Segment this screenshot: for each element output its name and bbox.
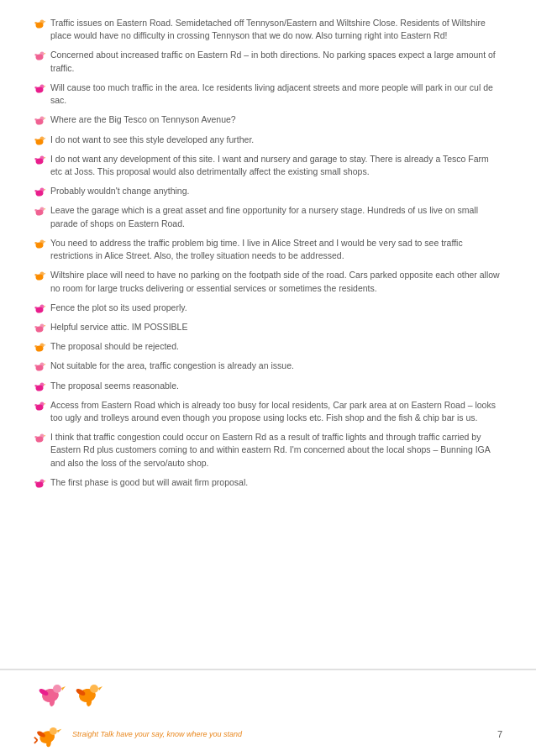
bullet-text: The first phase is good but will await f… bbox=[50, 476, 502, 489]
bullet-text: I do not want to see this style develope… bbox=[50, 134, 502, 146]
svg-point-13 bbox=[40, 117, 45, 121]
svg-marker-66 bbox=[45, 435, 46, 438]
list-item: You need to address the traffic problem … bbox=[34, 237, 502, 262]
list-item: I think that traffic congestion could oc… bbox=[34, 431, 502, 470]
list-item: The proposal should be rejected. bbox=[34, 340, 502, 353]
list-item: Probably wouldn't change anything. bbox=[34, 185, 502, 197]
svg-point-21 bbox=[40, 155, 45, 160]
list-item: Will cause too much traffic in the area.… bbox=[34, 81, 502, 107]
list-item: Not suitable for the area, traffic conge… bbox=[34, 360, 502, 372]
bullet-list: Traffic issues on Eastern Road. Semideta… bbox=[34, 17, 502, 489]
bullet-text: Traffic issues on Eastern Road. Semideta… bbox=[50, 17, 502, 42]
svg-point-33 bbox=[40, 239, 45, 244]
list-item: Where are the Big Tesco on Tennyson Aven… bbox=[34, 113, 502, 126]
footer: Straight Talk have your say, know where … bbox=[0, 669, 536, 756]
svg-marker-84 bbox=[57, 729, 61, 733]
bullet-icon bbox=[34, 154, 45, 165]
svg-point-83 bbox=[50, 727, 57, 735]
bullet-icon bbox=[34, 114, 45, 126]
footer-tagline: Straight Talk have your say, know where … bbox=[72, 730, 242, 738]
svg-marker-38 bbox=[45, 273, 46, 276]
svg-marker-34 bbox=[45, 240, 46, 243]
bullet-icon bbox=[34, 134, 45, 146]
svg-marker-18 bbox=[45, 137, 46, 139]
bullet-text: Concerned about increased traffic on Eas… bbox=[50, 49, 502, 74]
footer-bottom: Straight Talk have your say, know where … bbox=[34, 716, 502, 749]
list-item: Wiltshire place will need to have no par… bbox=[34, 269, 502, 294]
svg-point-17 bbox=[40, 136, 45, 140]
list-item: Helpful service attic. IM POSSIBLE bbox=[34, 321, 502, 333]
list-item: The proposal seems reasonable. bbox=[34, 380, 502, 392]
svg-point-69 bbox=[40, 479, 45, 483]
bullet-icon bbox=[34, 186, 45, 197]
list-item: Access from Eastern Road which is alread… bbox=[34, 399, 502, 424]
list-item: The first phase is good but will await f… bbox=[34, 476, 502, 489]
svg-marker-62 bbox=[45, 402, 46, 405]
bullet-text: Fence the plot so its used properly. bbox=[50, 302, 502, 314]
svg-marker-22 bbox=[45, 156, 46, 159]
svg-line-88 bbox=[34, 738, 38, 741]
list-item: Concerned about increased traffic on Eas… bbox=[34, 49, 502, 74]
bullet-text: The proposal should be rejected. bbox=[50, 340, 502, 353]
svg-point-29 bbox=[40, 207, 45, 212]
list-item: I do not want to see this style develope… bbox=[34, 134, 502, 146]
bullet-icon bbox=[34, 50, 45, 61]
svg-point-45 bbox=[40, 323, 45, 328]
svg-point-25 bbox=[40, 188, 45, 192]
bullet-text: Probably wouldn't change anything. bbox=[50, 185, 502, 197]
bullet-text: Will cause too much traffic in the area.… bbox=[50, 81, 502, 107]
svg-marker-14 bbox=[45, 118, 46, 120]
bullet-text: Leave the garage which is a great asset … bbox=[50, 204, 502, 229]
bullet-text: Helpful service attic. IM POSSIBLE bbox=[50, 321, 502, 333]
svg-marker-46 bbox=[45, 324, 46, 327]
svg-marker-70 bbox=[45, 480, 46, 482]
bullet-icon bbox=[34, 82, 45, 94]
bullet-icon bbox=[34, 270, 45, 281]
bullet-icon bbox=[34, 360, 45, 372]
bullet-icon bbox=[34, 381, 45, 392]
bullet-text: I do not want any development of this si… bbox=[50, 153, 502, 178]
bullet-text: Not suitable for the area, traffic conge… bbox=[50, 360, 502, 372]
bullet-icon bbox=[34, 18, 45, 29]
bullet-icon bbox=[34, 432, 45, 444]
bullet-icon bbox=[34, 302, 45, 314]
svg-marker-26 bbox=[45, 189, 46, 192]
svg-point-57 bbox=[40, 382, 45, 386]
svg-marker-10 bbox=[45, 85, 46, 87]
birds-row bbox=[34, 677, 502, 711]
svg-point-53 bbox=[40, 363, 45, 367]
list-item: Traffic issues on Eastern Road. Semideta… bbox=[34, 17, 502, 42]
orange-bird-icon bbox=[71, 677, 104, 711]
bullet-text: Access from Eastern Road which is alread… bbox=[50, 399, 502, 424]
svg-marker-2 bbox=[45, 21, 46, 24]
bullet-text: I think that traffic congestion could oc… bbox=[50, 431, 502, 470]
svg-marker-54 bbox=[45, 364, 46, 366]
bullet-text: You need to address the traffic problem … bbox=[50, 237, 502, 262]
list-item: I do not want any development of this si… bbox=[34, 153, 502, 178]
svg-marker-74 bbox=[61, 686, 66, 690]
page-content: Traffic issues on Eastern Road. Semideta… bbox=[0, 0, 536, 563]
svg-point-73 bbox=[53, 685, 61, 693]
svg-marker-30 bbox=[45, 208, 46, 211]
svg-point-5 bbox=[40, 52, 45, 56]
list-item: Leave the garage which is a great asset … bbox=[34, 204, 502, 229]
bullet-text: The proposal seems reasonable. bbox=[50, 380, 502, 392]
svg-point-78 bbox=[90, 685, 98, 693]
bullet-text: Where are the Big Tesco on Tennyson Aven… bbox=[50, 113, 502, 126]
svg-point-1 bbox=[40, 20, 45, 24]
bullet-icon bbox=[34, 238, 45, 249]
list-item: Fence the plot so its used properly. bbox=[34, 302, 502, 314]
bullet-icon bbox=[34, 341, 45, 353]
svg-point-9 bbox=[40, 84, 45, 88]
svg-marker-42 bbox=[45, 305, 46, 307]
svg-marker-58 bbox=[45, 383, 46, 386]
bullet-icon bbox=[34, 322, 45, 333]
svg-point-65 bbox=[40, 434, 45, 438]
svg-point-49 bbox=[40, 344, 45, 348]
svg-point-37 bbox=[40, 272, 45, 276]
svg-point-41 bbox=[40, 304, 45, 308]
svg-marker-79 bbox=[98, 686, 102, 690]
bullet-icon bbox=[34, 205, 45, 217]
bullet-icon bbox=[34, 400, 45, 412]
footer-page-number: 7 bbox=[497, 729, 502, 739]
